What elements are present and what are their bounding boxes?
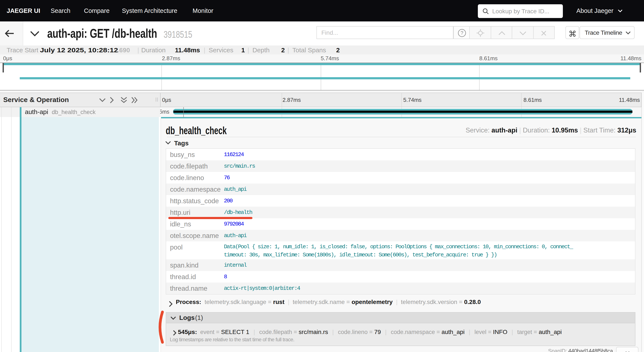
svg-text:?: ? [460,30,463,36]
